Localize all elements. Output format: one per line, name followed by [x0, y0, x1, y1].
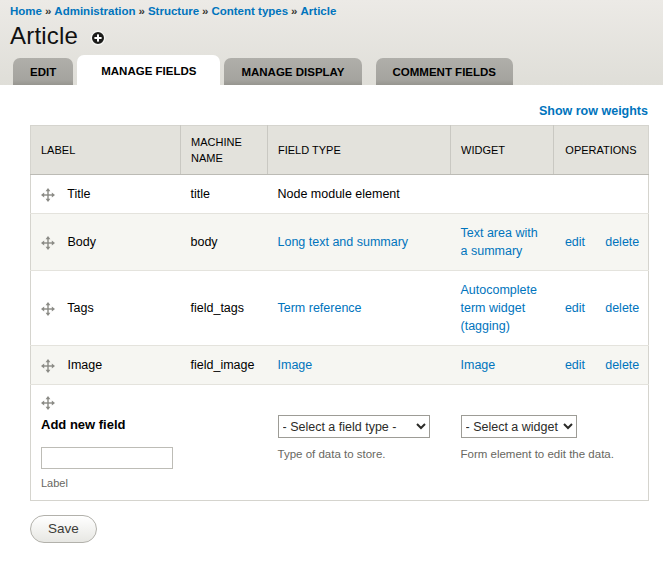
save-button[interactable]: Save: [30, 515, 97, 543]
widget-description: Form element to edit the data.: [461, 445, 639, 463]
delete-link[interactable]: delete: [605, 301, 639, 315]
field-label: Image: [67, 358, 102, 372]
breadcrumb-link-home[interactable]: Home: [10, 5, 42, 17]
drag-handle-icon[interactable]: [41, 188, 55, 202]
table-header-row: LABEL MACHINE NAME FIELD TYPE WIDGET OPE…: [31, 126, 649, 175]
delete-link[interactable]: delete: [605, 235, 639, 249]
field-widget-link[interactable]: Image: [461, 358, 496, 372]
breadcrumb-link-article[interactable]: Article: [301, 5, 337, 17]
field-type-select[interactable]: - Select a field type -: [278, 415, 430, 438]
breadcrumb-separator: »: [136, 5, 148, 17]
new-field-label-caption: Label: [41, 474, 171, 492]
field-machine-name: field_image: [181, 346, 268, 385]
field-widget: [451, 175, 554, 214]
add-shortcut-icon[interactable]: [90, 30, 106, 46]
main-content: Show row weights LABEL MACHINE NAME FIEL…: [0, 85, 663, 501]
field-type-description: Type of data to store.: [278, 445, 441, 463]
drag-handle-icon[interactable]: [41, 236, 55, 250]
field-label: Title: [67, 187, 90, 201]
show-row-weights-link[interactable]: Show row weights: [539, 104, 648, 118]
breadcrumb-link-structure[interactable]: Structure: [148, 5, 199, 17]
form-actions: Save: [0, 501, 663, 543]
tab-edit[interactable]: EDIT: [13, 58, 73, 85]
field-machine-name: body: [181, 214, 268, 271]
field-type-link[interactable]: Term reference: [278, 301, 362, 315]
column-header-field-type: FIELD TYPE: [268, 126, 451, 175]
breadcrumb-link-content-types[interactable]: Content types: [211, 5, 288, 17]
field-widget-link[interactable]: Text area with a summary: [461, 226, 538, 258]
field-type-link[interactable]: Long text and summary: [278, 235, 409, 249]
column-header-widget: WIDGET: [451, 126, 554, 175]
field-type-link[interactable]: Image: [278, 358, 313, 372]
delete-link[interactable]: delete: [605, 358, 639, 372]
primary-tabs: EDIT MANAGE FIELDS MANAGE DISPLAY COMMEN…: [0, 51, 663, 85]
field-label: Tags: [67, 301, 93, 315]
column-header-machine-name: MACHINE NAME: [181, 126, 268, 175]
widget-select[interactable]: - Select a widget -: [461, 415, 577, 438]
table-row-image: Image field_image Image Image edit delet…: [31, 346, 649, 385]
table-row-tags: Tags field_tags Term reference Autocompl…: [31, 271, 649, 346]
breadcrumb-separator: »: [199, 5, 211, 17]
tab-manage-fields[interactable]: MANAGE FIELDS: [77, 55, 220, 85]
table-row-title: Title title Node module element: [31, 175, 649, 214]
column-header-operations: OPERATIONS: [554, 126, 649, 175]
edit-link[interactable]: edit: [565, 235, 585, 249]
table-row-body: Body body Long text and summary Text are…: [31, 214, 649, 271]
drag-handle-icon[interactable]: [41, 396, 55, 410]
add-new-field-title: Add new field: [41, 416, 171, 434]
add-new-field-row: Add new field Label - Select a field typ…: [31, 385, 649, 501]
drag-handle-icon[interactable]: [41, 302, 55, 316]
manage-fields-table: LABEL MACHINE NAME FIELD TYPE WIDGET OPE…: [30, 125, 649, 501]
tab-comment-fields[interactable]: COMMENT FIELDS: [376, 58, 514, 85]
field-widget-link[interactable]: Autocomplete term widget (tagging): [461, 283, 537, 333]
edit-link[interactable]: edit: [565, 301, 585, 315]
field-machine-name: field_tags: [181, 271, 268, 346]
column-header-label: LABEL: [31, 126, 181, 175]
field-machine-name: title: [181, 175, 268, 214]
breadcrumb-link-administration[interactable]: Administration: [54, 5, 135, 17]
new-field-label-input[interactable]: [41, 447, 173, 469]
breadcrumb: Home»Administration»Structure»Content ty…: [0, 3, 663, 17]
tab-manage-display[interactable]: MANAGE DISPLAY: [224, 58, 361, 85]
breadcrumb-separator: »: [288, 5, 300, 17]
edit-link[interactable]: edit: [565, 358, 585, 372]
breadcrumb-separator: »: [42, 5, 54, 17]
page-title: Article: [10, 22, 78, 50]
field-label: Body: [67, 235, 96, 249]
drag-handle-icon[interactable]: [41, 359, 55, 373]
page-header: Home»Administration»Structure»Content ty…: [0, 0, 663, 85]
field-type: Node module element: [268, 175, 451, 214]
